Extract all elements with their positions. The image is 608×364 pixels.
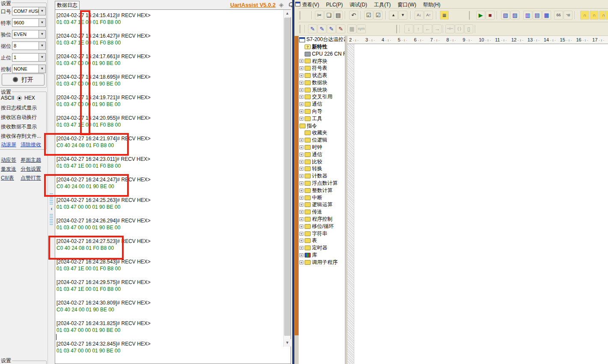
- tree-expand-icon[interactable]: +: [300, 239, 303, 243]
- feature-link[interactable]: 界面主题: [21, 157, 41, 164]
- menu-item[interactable]: 窗口(W): [394, 0, 419, 10]
- combobox-dropdown-icon[interactable]: ▼: [39, 19, 45, 27]
- tree-item[interactable]: + 通信: [299, 101, 345, 108]
- scrollbar-thumb[interactable]: [284, 18, 291, 336]
- tree-expand-icon[interactable]: +: [300, 167, 303, 171]
- tree-expand-icon[interactable]: +: [300, 203, 303, 207]
- serial-field-combobox[interactable]: 1 ▼: [12, 53, 46, 62]
- tree-expand-icon[interactable]: +: [300, 160, 303, 164]
- tree-expand-icon[interactable]: +: [300, 59, 303, 63]
- tree-item[interactable]: + 系统块: [299, 86, 345, 94]
- tree-item[interactable]: + CPU 226 CN RI: [299, 50, 345, 58]
- toolbar-button[interactable]: ∩: [605, 11, 608, 20]
- toolbar-button[interactable]: ☑: [364, 11, 373, 20]
- tree-expand-icon[interactable]: +: [300, 153, 303, 157]
- toolbar-button[interactable]: ▲: [389, 11, 398, 20]
- tree-item[interactable]: + 调用子程序: [299, 259, 345, 266]
- combobox-dropdown-icon[interactable]: ▼: [39, 7, 45, 15]
- tree-item[interactable]: + 传送: [299, 208, 345, 216]
- tree-expand-icon[interactable]: +: [300, 95, 303, 99]
- toolbar-button[interactable]: A↓: [415, 11, 424, 20]
- toolbar-button[interactable]: →: [433, 24, 442, 33]
- tree-item[interactable]: + 程序块: [299, 58, 345, 65]
- serial-field-combobox[interactable]: 8 ▼: [12, 41, 46, 50]
- toolbar-button[interactable]: ∩: [590, 11, 599, 20]
- tree-expand-icon[interactable]: +: [300, 253, 303, 257]
- tree-expand-icon[interactable]: +: [300, 189, 303, 192]
- tree-item[interactable]: + 工具: [299, 115, 345, 122]
- tree-item[interactable]: + 计数器: [299, 172, 345, 180]
- menu-item[interactable]: PLC(P): [323, 0, 346, 9]
- combobox-dropdown-icon[interactable]: ▼: [39, 53, 45, 61]
- tree-item[interactable]: + 程序控制: [299, 216, 345, 223]
- tree-item[interactable]: + 表: [299, 237, 345, 245]
- recv-option-checkbox[interactable]: 接收数据不显示: [1, 123, 37, 130]
- tab-data-log[interactable]: 数据日志: [55, 1, 80, 9]
- tree-item[interactable]: + 数据块: [299, 79, 345, 86]
- toolbar-button[interactable]: ☚: [564, 11, 572, 20]
- tree-expand-icon[interactable]: +: [300, 88, 303, 92]
- feature-link[interactable]: 分包设置: [21, 166, 41, 173]
- menu-item[interactable]: 工具(T): [371, 0, 394, 10]
- toolbar-button[interactable]: ▼: [398, 11, 407, 20]
- toolbar-button[interactable]: ▨: [510, 11, 519, 20]
- tree-item[interactable]: + 比较: [299, 158, 345, 166]
- toolbar-button[interactable]: ↑: [414, 24, 423, 33]
- radio-ascii-label[interactable]: ASCII: [1, 95, 14, 101]
- tree-item[interactable]: + 位逻辑: [299, 136, 345, 144]
- recv-option-checkbox[interactable]: 接收区自动换行: [1, 114, 37, 121]
- tree-expand-icon[interactable]: +: [300, 138, 303, 142]
- toolbar-button[interactable]: A↑: [424, 11, 433, 20]
- menu-item[interactable]: 查看(V): [299, 0, 323, 10]
- tree-item[interactable]: + 库: [299, 252, 345, 259]
- version-link[interactable]: UartAssist V5.0.2: [230, 2, 276, 8]
- combobox-dropdown-icon[interactable]: ▼: [39, 65, 45, 73]
- tree-expand-icon[interactable]: +: [300, 109, 303, 113]
- toolbar-button[interactable]: ■: [486, 11, 495, 20]
- tree-item[interactable]: + 整数计算: [299, 187, 345, 194]
- feature-link[interactable]: 量发送: [1, 166, 16, 173]
- feature-link[interactable]: 点赞打赏: [21, 175, 41, 182]
- serial-field-combobox[interactable]: NONE ▼: [12, 65, 46, 73]
- toolbar-button[interactable]: ❏: [324, 11, 333, 20]
- log-scrollbar[interactable]: ▲ ▼: [283, 10, 291, 347]
- scroll-up-button[interactable]: ▲: [284, 10, 291, 17]
- tree-item[interactable]: + 交叉引用: [299, 94, 345, 101]
- tree-expand-icon[interactable]: +: [300, 225, 303, 228]
- recv-option-checkbox[interactable]: 按日志模式显示: [1, 104, 37, 112]
- toolbar-button[interactable]: 66: [554, 11, 563, 20]
- tree-item[interactable]: + 字符串: [299, 230, 345, 237]
- toolbar-button[interactable]: ↶: [349, 11, 358, 20]
- clear-recv-link[interactable]: 清除接收: [21, 141, 41, 148]
- serial-field-combobox[interactable]: 9600 ▼: [12, 18, 46, 27]
- menu-item[interactable]: 帮助(H): [420, 0, 444, 10]
- autoscroll-link[interactable]: 动滚屏: [1, 141, 16, 148]
- tree-expand-icon[interactable]: +: [300, 74, 303, 77]
- scroll-down-button[interactable]: ▼: [284, 339, 291, 346]
- tree-expand-icon[interactable]: +: [300, 174, 303, 178]
- serial-field-combobox[interactable]: EVEN ▼: [12, 30, 46, 38]
- feature-link[interactable]: CII/表: [1, 175, 14, 182]
- toolbar-button[interactable]: ∩: [580, 11, 589, 20]
- tree-expand-icon[interactable]: +: [300, 145, 303, 149]
- toolbar-button[interactable]: sym: [357, 24, 366, 33]
- tree-item[interactable]: + 向导: [299, 108, 345, 115]
- tree-item[interactable]: + 转换: [299, 166, 345, 173]
- tree-item[interactable]: + 浮点数计算: [299, 180, 345, 187]
- tree-item[interactable]: + 状态表: [299, 72, 345, 79]
- ladder-editor[interactable]: <>: [347, 44, 608, 364]
- recv-option-checkbox[interactable]: 接收保存到文件...: [1, 133, 41, 140]
- toolbar-button[interactable]: ⊣⊢: [445, 24, 454, 33]
- serial-field-combobox[interactable]: COM7 #USB ▼: [12, 7, 46, 15]
- tree-expand-icon[interactable]: +: [300, 260, 303, 264]
- tree-expand-icon[interactable]: +: [300, 181, 303, 185]
- tree-expand-icon[interactable]: +: [300, 210, 303, 214]
- tree-expand-icon[interactable]: +: [300, 66, 303, 70]
- tree-item[interactable]: + 时钟: [299, 144, 345, 151]
- open-port-button[interactable]: 打开: [2, 74, 44, 86]
- toolbar-button[interactable]: ↓: [404, 24, 413, 33]
- tree-item[interactable]: + 符号表: [299, 65, 345, 72]
- toolbar-button[interactable]: ✎: [317, 24, 326, 33]
- tree-expand-icon[interactable]: +: [300, 102, 303, 106]
- tree-expand-icon[interactable]: +: [300, 196, 303, 200]
